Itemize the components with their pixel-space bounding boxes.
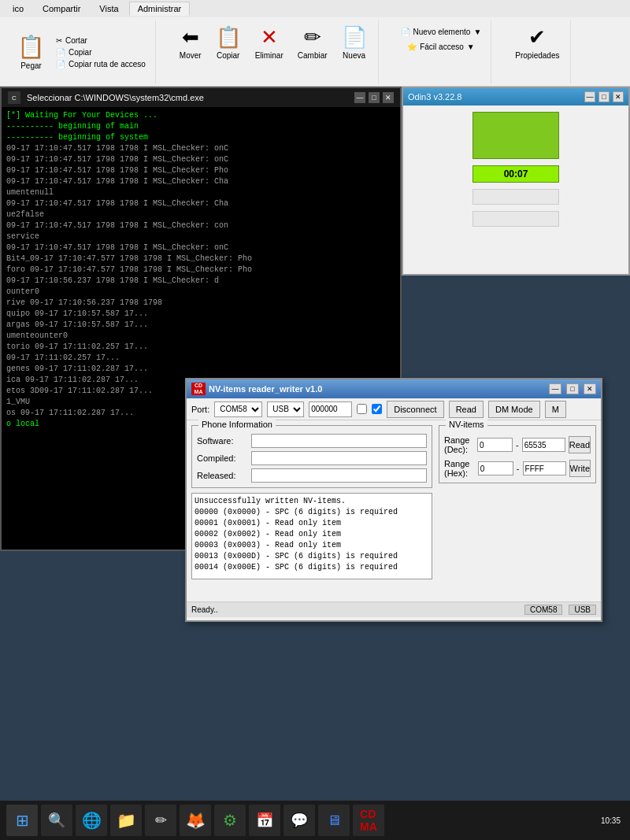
copy-path-button[interactable]: 📄 Copiar ruta de acceso [53,59,149,69]
taskbar-explorer[interactable]: 📁 [110,805,142,836]
odin-close[interactable]: ✕ [613,91,624,102]
id-input[interactable] [309,401,352,417]
phone-info-title: Phone Information [198,420,276,429]
rename-button[interactable]: ✏ Cambiar [293,24,332,61]
properties-button[interactable]: ✔ Propiedades [510,24,564,61]
nv-toolbar: Port: COM58 USB Disconnect Read DM Mode … [187,398,601,420]
new-button[interactable]: 📄 Nueva [337,24,372,61]
checkbox-1[interactable] [357,404,367,414]
paste-button[interactable]: 📋 Pegar [13,32,50,72]
ie-icon: 🌐 [82,811,102,830]
taskbar-cdma[interactable]: CDMA [353,805,384,836]
rename-icon: ✏ [304,25,321,50]
log-line-4: 00002 (0x0002) - Read only item [195,529,429,540]
odin-minimize[interactable]: — [584,91,595,102]
range-hex-to[interactable] [523,461,566,476]
tab-compartir[interactable]: Compartir [34,2,89,16]
move-button[interactable]: ⬅ Mover [175,24,206,61]
log-line-3: 00001 (0x0001) - Read only item [195,518,429,529]
taskbar-pen[interactable]: ✏ [145,805,176,836]
cmd-line-21: umenteounter0 [6,331,395,342]
tab-administrar[interactable]: Administrar [129,2,191,16]
write-nv-button[interactable]: Write [569,460,591,477]
taskbar-firefox[interactable]: 🦊 [180,805,211,836]
cmd-line-16: 09-17 17:10:56.237 1798 1798 I MSL_Check… [6,276,395,287]
cmd-line-1: [*] Waiting For Your Devices ... [6,110,395,121]
folder-icon: 📁 [117,811,136,830]
clock-icon: 📅 [256,812,273,829]
read-nv-button[interactable]: Read [569,436,591,453]
checkbox-2[interactable] [372,404,382,414]
nv-maximize[interactable]: □ [566,383,579,394]
range-hex-label: Range (Hex): [444,459,475,478]
range-dec-to[interactable] [522,438,565,452]
cut-button[interactable]: ✂ Cortar [53,35,149,46]
odin-empty-1 [472,189,559,205]
copy-button[interactable]: 📄 Copiar [53,47,149,57]
cmd-line-24: genes 09-17 17:11:02.287 17... [6,364,395,375]
released-input[interactable] [251,468,427,483]
delete-button[interactable]: ✕ Eliminar [250,24,288,61]
cmd-line-13: 09-17 17:10:47.517 1798 1798 I MSL_Check… [6,242,395,253]
cmd-line-8: umentenull [6,187,395,198]
dm-mode-button[interactable]: DM Mode [488,401,540,418]
log-line-5: 00003 (0x0003) - Read only item [195,540,429,551]
read-toolbar-button[interactable]: Read [449,401,484,418]
nv-com-badge: COM58 [524,605,562,615]
range-hex-row: Range (Hex): - Write [444,459,591,478]
cmd-minimize[interactable]: — [354,92,365,103]
range-hex-sep: - [517,464,520,473]
dropdown-arrow-icon: ▼ [473,28,481,36]
odin-maximize[interactable]: □ [598,91,610,102]
range-dec-from[interactable] [477,438,513,452]
cmd-line-9: 09-17 17:10:47.517 1798 1798 I MSL_Check… [6,198,395,209]
taskbar: ⊞ 🔍 🌐 📁 ✏ 🦊 ⚙ 📅 💬 🖥 CDMA [0,801,630,840]
tab-vista[interactable]: Vista [91,2,127,16]
search-icon: 🔍 [48,812,65,829]
cmd-line-22: torio 09-17 17:11:02.257 17... [6,342,395,353]
compiled-input[interactable] [251,451,427,465]
taskbar-ie[interactable]: 🌐 [76,805,107,836]
cmd-line-2: ---------- beginning of main [6,121,395,132]
compiled-label: Compiled: [197,453,248,463]
new-item-button[interactable]: 📄 Nuevo elemento ▼ [398,27,485,37]
protocol-select[interactable]: USB [267,401,304,417]
taskbar-chrome[interactable]: ⚙ [214,805,246,836]
cmd-line-20: argas 09-17 17:10:57.587 17... [6,320,395,331]
firefox-icon: 🦊 [186,811,206,830]
m-button[interactable]: M [545,401,566,418]
odin-timer: 00:07 [472,165,559,183]
nv-minimize[interactable]: — [549,383,561,394]
disconnect-button[interactable]: Disconnect [387,401,443,418]
tab-ico[interactable]: ico [4,2,32,16]
range-dec-label: Range (Dec): [444,435,474,454]
released-label: Released: [197,471,248,480]
software-input[interactable] [251,434,427,448]
nv-items-title: NV-items [446,420,487,429]
odin-title: Odin3 v3.22.8 [408,92,581,102]
easy-access-button[interactable]: ⭐ Fácil acceso ▼ [404,42,477,52]
copy-org-button[interactable]: 📋 Copiar [211,24,246,61]
cmd-maximize[interactable]: □ [369,92,380,103]
taskbar-search[interactable]: 🔍 [41,805,72,836]
nv-usb-badge: USB [569,605,596,615]
taskbar-clock: 10:35 [598,813,624,828]
range-hex-from[interactable] [478,461,513,476]
log-line-1: Unsuccessfully written NV-items. [195,496,429,507]
taskbar-monitor[interactable]: 🖥 [318,805,350,836]
new-icon: 📄 [342,25,367,50]
cmd-line-5: 09-17 17:10:47.517 1798 1798 I MSL_Check… [6,154,395,165]
cdma-icon: CDMA [360,808,377,833]
nv-titlebar: CD MA NV-items reader_writer v1.0 — □ ✕ [187,379,601,398]
cmd-close[interactable]: ✕ [383,92,394,103]
nv-close[interactable]: ✕ [584,383,596,394]
cmd-line-7: 09-17 17:10:47.517 1798 1798 I MSL_Check… [6,176,395,187]
port-select[interactable]: COM58 [214,401,262,417]
taskbar-clock-app[interactable]: 📅 [249,805,280,836]
taskbar-chat[interactable]: 💬 [284,805,315,836]
cmd-line-10: ue2false [6,209,395,220]
copy-path-icon: 📄 [56,60,65,68]
start-button[interactable]: ⊞ [6,805,38,836]
chrome-icon: ⚙ [223,811,237,830]
move-icon: ⬅ [182,25,199,50]
